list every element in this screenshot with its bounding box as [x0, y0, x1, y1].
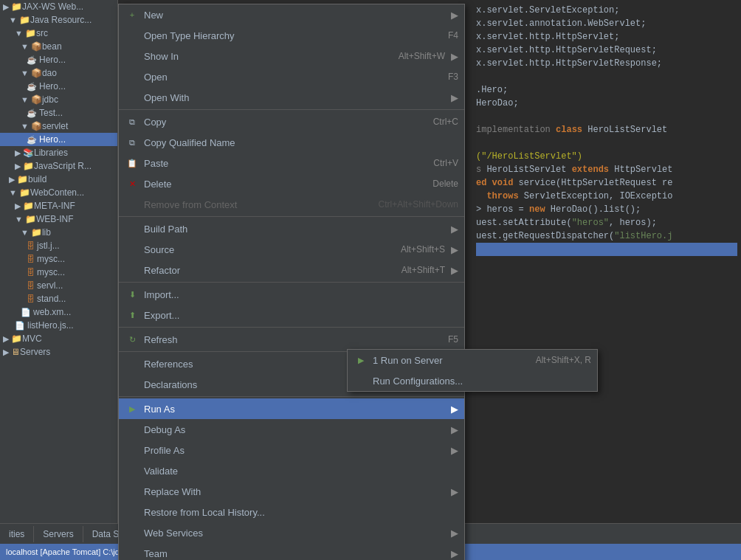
menu-item-source[interactable]: Source Alt+Shift+S ▶ — [119, 239, 464, 260]
restore-history-icon — [125, 505, 139, 519]
menu-item-show-in-label: Show In — [144, 51, 384, 62]
menu-item-refresh[interactable]: ↻ Refresh F5 — [119, 329, 464, 350]
tree-web-inf[interactable]: ▼ 📁 WEB-INF — [0, 212, 117, 226]
menu-item-restore-history-label: Restore from Local History... — [144, 507, 458, 518]
menu-item-open-with-label: Open With — [144, 92, 445, 103]
menu-item-copy-qualified[interactable]: ⧉ Copy Qualified Name — [119, 132, 464, 153]
validate-icon — [125, 463, 139, 478]
copy-qualified-icon: ⧉ — [125, 135, 139, 150]
web-services-arrow: ▶ — [451, 528, 458, 539]
tree-mysql1[interactable]: 🗄 mysc... — [0, 252, 117, 266]
menu-item-show-in[interactable]: Show In Alt+Shift+W ▶ — [119, 46, 464, 66]
tree-mysql2[interactable]: 🗄 mysc... — [0, 266, 117, 279]
copy-icon: ⧉ — [125, 114, 139, 129]
tree-meta-inf[interactable]: ▶ 📁 META-INF — [0, 199, 117, 212]
code-line-6 — [476, 70, 737, 83]
menu-item-web-services[interactable]: Web Services ▶ — [119, 522, 464, 543]
web-services-icon — [125, 525, 139, 540]
menu-item-validate[interactable]: Validate — [119, 460, 464, 481]
bottom-tab-properties[interactable]: ities — [0, 526, 34, 542]
menu-item-restore-history[interactable]: Restore from Local History... — [119, 502, 464, 522]
menu-item-team[interactable]: Team ▶ — [119, 543, 464, 560]
code-line-8: HeroDao; — [476, 97, 737, 110]
build-path-icon — [125, 221, 139, 236]
submenu-run-on-server[interactable]: ▶ 1 Run on Server Alt+Shift+X, R — [348, 350, 597, 370]
menu-item-profile-as[interactable]: Profile As ▶ — [119, 440, 464, 460]
run-configurations-icon — [354, 373, 368, 388]
tree-test[interactable]: ☕ Test... — [0, 106, 117, 120]
code-line-13: s HeroListServlet extends HttpServlet — [476, 163, 737, 176]
tree-mvc[interactable]: ▶ 📁 MVC — [0, 332, 117, 345]
menu-item-team-label: Team — [144, 548, 445, 559]
show-in-arrow: ▶ — [451, 51, 458, 62]
menu-item-export[interactable]: ⬆ Export... — [119, 305, 464, 325]
open-type-shortcut: F4 — [448, 30, 458, 41]
team-icon — [125, 546, 139, 560]
tree-javascript[interactable]: ▶ 📁 JavaScript R... — [0, 159, 117, 173]
separator-6 — [119, 396, 464, 397]
open-type-icon — [125, 28, 139, 43]
code-line-11 — [476, 136, 737, 150]
profile-as-arrow: ▶ — [451, 445, 458, 456]
separator-2 — [119, 216, 464, 217]
tree-bean[interactable]: ▼ 📦 bean — [0, 40, 117, 53]
code-line-17: uest.setAttribute("heros", heros); — [476, 216, 737, 229]
tree-build[interactable]: ▶ 📁 build — [0, 173, 117, 186]
delete-icon: ✕ — [125, 176, 139, 191]
tree-webcontent[interactable]: ▼ 📁 WebConten... — [0, 186, 117, 199]
run-on-server-shortcut: Alt+Shift+X, R — [536, 355, 591, 365]
tree-servlets[interactable]: 🗄 servl... — [0, 279, 117, 292]
menu-item-import[interactable]: ⬇ Import... — [119, 284, 464, 305]
tree-libraries[interactable]: ▶ 📚 Libraries — [0, 146, 117, 159]
tree-standard[interactable]: 🗄 stand... — [0, 292, 117, 305]
tree-jdbc[interactable]: ▼ 📦 jdbc — [0, 93, 117, 106]
references-icon — [125, 356, 139, 371]
code-editor: x.servlet.ServletException; x.servlet.an… — [472, 0, 741, 516]
menu-item-open-with[interactable]: Open With ▶ — [119, 87, 464, 108]
menu-item-refactor[interactable]: Refactor Alt+Shift+T ▶ — [119, 260, 464, 280]
tree-hero-servlet[interactable]: ☕ Hero... — [0, 133, 117, 146]
tree-src[interactable]: ▼ 📁 src — [0, 27, 117, 40]
code-line-18: uest.getRequestDispatcher("listHero.j — [476, 229, 737, 243]
tree-jax-ws[interactable]: ▶ 📁 JAX-WS Web... — [0, 0, 117, 13]
menu-item-open-type[interactable]: Open Type Hierarchy F4 — [119, 25, 464, 46]
menu-item-copy[interactable]: ⧉ Copy Ctrl+C — [119, 111, 464, 132]
code-line-7: .Hero; — [476, 83, 737, 97]
team-arrow: ▶ — [451, 548, 458, 559]
submenu-run-on-server-label: 1 Run on Server — [373, 355, 521, 366]
tree-list-hero[interactable]: 📄 listHero.js... — [0, 319, 117, 332]
tree-hero-dao[interactable]: ☕ Hero... — [0, 80, 117, 93]
menu-item-paste[interactable]: 📋 Paste Ctrl+V — [119, 153, 464, 173]
menu-item-copy-label: Copy — [144, 117, 418, 128]
menu-item-replace-with-label: Replace With — [144, 486, 445, 497]
build-path-arrow: ▶ — [451, 224, 458, 235]
profile-as-icon — [125, 443, 139, 457]
open-with-arrow: ▶ — [451, 92, 458, 103]
menu-item-replace-with[interactable]: Replace With ▶ — [119, 481, 464, 502]
code-line-16: > heros = new HeroDao().list(); — [476, 203, 737, 216]
tree-hero-bean[interactable]: ☕ Hero... — [0, 53, 117, 66]
tree-jstl[interactable]: 🗄 jstl.j... — [0, 239, 117, 252]
menu-item-delete-label: Delete — [144, 179, 418, 190]
menu-item-new[interactable]: + New ▶ — [119, 4, 464, 25]
show-in-shortcut: Alt+Shift+W — [399, 51, 445, 61]
tree-web-xml[interactable]: 📄 web.xm... — [0, 305, 117, 319]
menu-item-open[interactable]: Open F3 — [119, 66, 464, 87]
menu-item-remove-context-label: Remove from Context — [144, 199, 364, 210]
tree-java-res[interactable]: ▼ 📁 Java Resourc... — [0, 13, 117, 27]
refresh-shortcut: F5 — [448, 334, 458, 345]
submenu-run-configurations[interactable]: Run Configurations... — [348, 370, 597, 391]
tree-servlet[interactable]: ▼ 📦 servlet — [0, 120, 117, 133]
paste-icon: 📋 — [125, 156, 139, 170]
open-shortcut: F3 — [448, 72, 458, 82]
menu-item-remove-context[interactable]: Remove from Context Ctrl+Alt+Shift+Down — [119, 194, 464, 215]
tree-dao[interactable]: ▼ 📦 dao — [0, 66, 117, 80]
bottom-tab-servers[interactable]: Servers — [34, 526, 83, 542]
menu-item-delete[interactable]: ✕ Delete Delete — [119, 173, 464, 194]
run-as-arrow: ▶ — [451, 404, 458, 415]
menu-item-run-as[interactable]: ▶ Run As ▶ — [119, 398, 464, 419]
menu-item-build-path[interactable]: Build Path ▶ — [119, 218, 464, 239]
tree-lib[interactable]: ▼ 📁 lib — [0, 226, 117, 239]
tree-servers[interactable]: ▶ 🖥 Servers — [0, 345, 117, 359]
menu-item-debug-as[interactable]: Debug As ▶ — [119, 419, 464, 440]
